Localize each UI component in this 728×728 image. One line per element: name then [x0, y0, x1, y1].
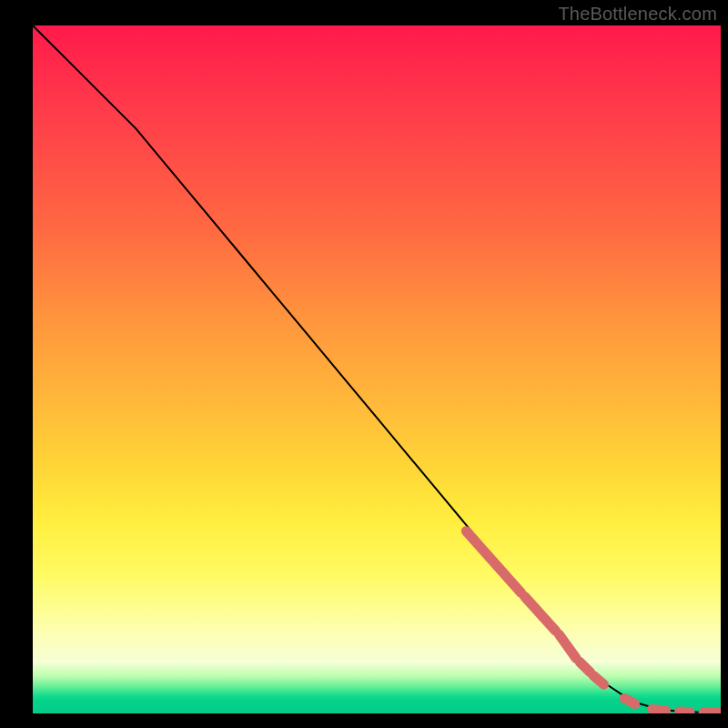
highlight-markers: [466, 531, 721, 713]
marker-segment: [466, 531, 521, 593]
marker-segment: [652, 710, 665, 712]
chart-overlay: [33, 25, 721, 713]
bottleneck-curve: [33, 25, 721, 713]
marker-segment: [525, 597, 556, 632]
marker-segment: [593, 675, 603, 684]
watermark-text: TheBottleneck.com: [558, 4, 717, 25]
plot-area: [33, 25, 721, 713]
chart-stage: TheBottleneck.com: [0, 0, 728, 728]
marker-segment: [559, 634, 576, 658]
marker-segment: [624, 698, 634, 703]
marker-segment: [580, 662, 590, 672]
